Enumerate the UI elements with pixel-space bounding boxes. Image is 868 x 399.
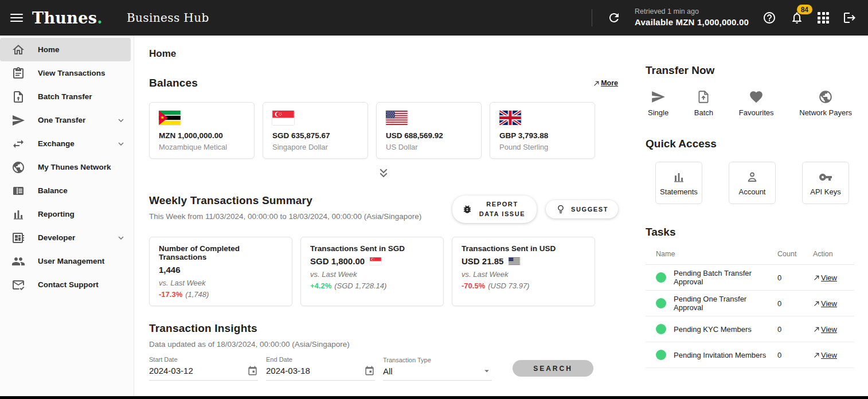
status-dot	[656, 298, 666, 308]
summary-card-sent-usd: Transactions Sent in USD USD 21.85 vs. L…	[452, 237, 595, 306]
suggest-button[interactable]: SUGGEST	[546, 200, 618, 218]
tasks-col-name: Name	[656, 250, 777, 258]
previous-value: (1,748)	[185, 290, 209, 299]
notifications-bell-icon[interactable]: 84	[790, 11, 804, 25]
quick-access-statements[interactable]: Statements	[655, 162, 702, 204]
refresh-icon[interactable]	[607, 11, 621, 25]
sidebar-item-reporting[interactable]: Reporting	[0, 202, 134, 226]
balances-more-link[interactable]: More	[593, 79, 618, 87]
transfer-favourites-button[interactable]: Favourites	[739, 89, 774, 117]
summary-card-sent-sgd: Transactions Sent in SGD SGD 1,800.00 vs…	[300, 237, 444, 306]
north-east-arrow-icon	[593, 80, 600, 87]
bar-chart-icon	[672, 170, 686, 184]
heart-icon	[749, 89, 764, 104]
quick-access-api-keys[interactable]: API Keys	[802, 162, 849, 204]
sidebar-item-label: Batch Transfer	[38, 92, 92, 101]
status-dot	[656, 350, 666, 360]
start-date-field[interactable]: Start Date 2024-03-12	[149, 356, 258, 381]
balance-amount: SGD 635,875.67	[272, 131, 358, 140]
logout-icon[interactable]	[843, 11, 857, 25]
home-icon	[11, 43, 25, 57]
quick-access-account[interactable]: Account	[729, 162, 776, 204]
north-east-arrow-icon	[813, 351, 820, 359]
tasks-table: Name Count Action Pending Batch Transfer…	[646, 245, 854, 368]
sidebar-item-batch-transfer[interactable]: Batch Transfer	[0, 85, 134, 108]
sidebar-item-contact-support[interactable]: Contact Support	[0, 273, 134, 296]
task-name: Pending KYC Members	[674, 325, 752, 334]
mozambique-flag-icon	[159, 111, 181, 125]
status-dot	[656, 272, 666, 283]
balance-amount: USD 688,569.92	[386, 131, 472, 140]
task-count: 0	[777, 325, 813, 334]
sidebar-item-view-transactions[interactable]: View Transactions	[0, 61, 134, 85]
send-icon	[11, 114, 25, 127]
brand-logo[interactable]: Thunes.	[32, 9, 103, 27]
view-link[interactable]: View	[813, 273, 854, 282]
developer-icon	[11, 231, 25, 245]
report-data-issue-button[interactable]: REPORT DATA ISSUE	[452, 195, 537, 223]
north-east-arrow-icon	[813, 326, 820, 333]
table-row: Pending Invitation Members 0 View	[646, 342, 854, 368]
sidebar-item-my-thunes-network[interactable]: My Thunes Network	[0, 155, 134, 179]
available-balance: Available MZN 1,000,000.00	[635, 17, 749, 28]
sidebar-item-label: Balance	[38, 186, 68, 195]
insights-title: Transaction Insights	[149, 322, 618, 335]
balance-currency: Mozambique Metical	[159, 143, 245, 151]
view-link[interactable]: View	[813, 299, 854, 308]
balance-card-gbp[interactable]: GBP 3,793.88 Pound Sterling	[490, 102, 595, 159]
balance-currency: Singapore Dollar	[272, 143, 358, 151]
help-icon[interactable]	[763, 11, 776, 25]
menu-icon[interactable]	[10, 14, 23, 22]
weekly-summary-subtitle: This Week from 11/03/2024, 00:00:00 to 1…	[149, 212, 421, 221]
chevron-down-icon	[116, 116, 126, 125]
sidebar-item-label: User Management	[38, 257, 104, 265]
exchange-icon	[11, 137, 25, 151]
apps-grid-icon[interactable]	[818, 12, 829, 24]
weekly-summary-section: Weekly Transactions Summary This Week fr…	[149, 194, 618, 306]
calendar-icon[interactable]	[364, 365, 375, 376]
sidebar-item-balance[interactable]: Balance	[0, 179, 134, 202]
sidebar: Home View Transactions Batch Transfer On…	[0, 36, 134, 396]
transfer-network-payers-button[interactable]: Network Payers	[799, 89, 852, 117]
calendar-icon[interactable]	[247, 365, 258, 376]
chevron-down-icon	[116, 139, 126, 148]
view-link[interactable]: View	[813, 351, 854, 359]
quick-access-title: Quick Access	[646, 138, 854, 150]
transaction-type-select[interactable]: Transaction Type All	[383, 357, 492, 381]
batch-transfer-icon	[11, 90, 25, 104]
sidebar-item-home[interactable]: Home	[0, 38, 131, 61]
view-link[interactable]: View	[813, 325, 854, 334]
transfer-now-title: Transfer Now	[646, 64, 854, 77]
retrieved-label: Retrieved 1 min ago	[635, 7, 749, 17]
balance-status: Retrieved 1 min ago Available MZN 1,000,…	[635, 7, 749, 28]
chevron-down-icon	[116, 233, 126, 242]
transfer-batch-button[interactable]: Batch	[694, 89, 713, 117]
singapore-flag-icon	[272, 111, 294, 125]
globe-icon	[11, 161, 25, 174]
sidebar-item-one-transfer[interactable]: One Transfer	[0, 108, 134, 132]
file-upload-icon	[696, 89, 711, 104]
transactions-icon	[11, 66, 25, 80]
task-name: Pending Invitation Members	[674, 351, 766, 359]
transaction-insights-section: Transaction Insights Data updated as of …	[149, 322, 618, 381]
sidebar-item-label: My Thunes Network	[38, 163, 111, 171]
sidebar-item-user-management[interactable]: User Management	[0, 249, 134, 273]
task-name: Pending One Transfer Approval	[674, 295, 777, 312]
sidebar-item-exchange[interactable]: Exchange	[0, 132, 134, 155]
bar-chart-icon	[11, 208, 25, 221]
table-row: Pending Batch Transfer Approval 0 View	[646, 265, 854, 291]
page-title: Home	[149, 48, 618, 60]
task-count: 0	[777, 273, 813, 282]
sidebar-item-developer[interactable]: Developer	[0, 226, 134, 249]
expand-balances-icon[interactable]	[149, 166, 618, 181]
balance-card-mzn[interactable]: MZN 1,000,000.00 Mozambique Metical	[149, 102, 255, 159]
table-row: Pending One Transfer Approval 0 View	[646, 291, 854, 316]
end-date-field[interactable]: End Date 2024-03-18	[266, 356, 375, 381]
balances-section: Balances More MZN 1,000,000.00 Mozambiqu…	[149, 77, 618, 181]
balance-card-usd[interactable]: USD 688,569.92 US Dollar	[376, 102, 482, 159]
top-bar: Thunes. Business Hub Retrieved 1 min ago…	[0, 0, 868, 36]
brand-dot: .	[97, 9, 103, 27]
balance-card-sgd[interactable]: SGD 635,875.67 Singapore Dollar	[263, 102, 368, 159]
transfer-single-button[interactable]: Single	[648, 89, 668, 117]
search-button[interactable]: SEARCH	[513, 360, 593, 377]
